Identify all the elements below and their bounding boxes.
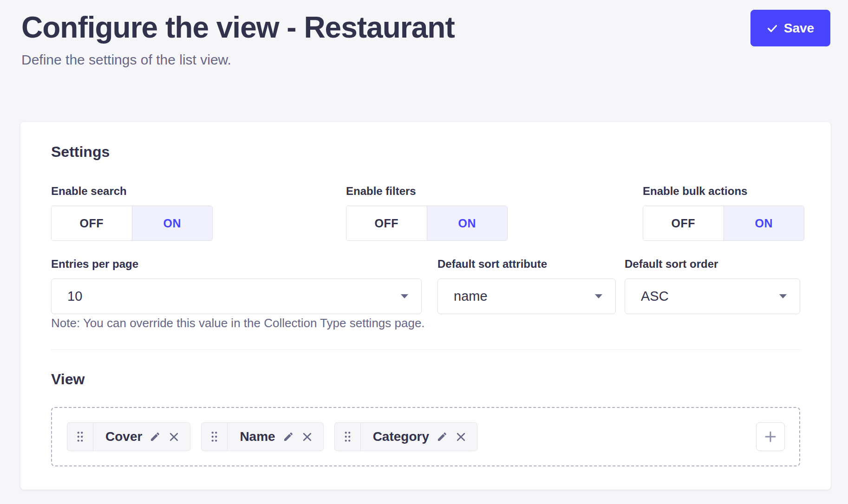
default-sort-order-select[interactable]: ASC <box>625 278 800 314</box>
enable-filters-off-option[interactable]: OFF <box>346 206 427 240</box>
default-sort-order-value: ASC <box>641 289 779 304</box>
entries-per-page-field: Entries per page 10 <box>51 258 422 314</box>
enable-bulk-actions-on-option[interactable]: ON <box>724 206 804 240</box>
page-subtitle: Define the settings of the list view. <box>21 52 231 68</box>
save-button-label: Save <box>784 21 814 36</box>
enable-search-field: Enable search OFF ON <box>51 185 213 241</box>
drag-handle-icon[interactable] <box>335 423 361 451</box>
view-section-heading: View <box>51 371 85 388</box>
chevron-down-icon <box>779 294 787 298</box>
edit-pencil-icon[interactable] <box>150 431 161 442</box>
enable-filters-label: Enable filters <box>346 185 508 198</box>
entries-per-page-label: Entries per page <box>51 258 422 271</box>
enable-bulk-actions-off-option[interactable]: OFF <box>643 206 724 240</box>
view-fields-drop-zone: Cover <box>51 407 800 466</box>
chip-label: Cover <box>105 429 142 444</box>
enable-bulk-actions-label: Enable bulk actions <box>643 185 804 198</box>
chip-label: Category <box>373 429 429 444</box>
enable-search-off-option[interactable]: OFF <box>52 206 132 240</box>
enable-search-label: Enable search <box>51 185 213 198</box>
default-sort-attribute-label: Default sort attribute <box>437 258 616 271</box>
edit-pencil-icon[interactable] <box>437 431 448 442</box>
settings-section-heading: Settings <box>51 143 110 161</box>
default-sort-attribute-value: name <box>454 289 595 304</box>
entries-per-page-note: Note: You can override this value in the… <box>51 316 425 330</box>
enable-filters-on-option[interactable]: ON <box>427 206 508 240</box>
default-sort-order-field: Default sort order ASC <box>625 258 800 314</box>
chip-label: Name <box>240 429 275 444</box>
enable-bulk-actions-field: Enable bulk actions OFF ON <box>643 185 804 241</box>
save-button[interactable]: Save <box>750 10 830 46</box>
default-sort-order-label: Default sort order <box>625 258 800 271</box>
drag-handle-icon[interactable] <box>67 423 93 451</box>
chevron-down-icon <box>595 294 602 298</box>
view-field-chip-name[interactable]: Name <box>201 422 323 451</box>
remove-icon[interactable] <box>301 431 313 443</box>
entries-per-page-value: 10 <box>67 289 401 304</box>
add-field-button[interactable] <box>756 422 785 451</box>
remove-icon[interactable] <box>168 431 180 443</box>
view-field-chip-category[interactable]: Category <box>334 422 477 451</box>
enable-filters-field: Enable filters OFF ON <box>346 185 508 241</box>
enable-search-toggle[interactable]: OFF ON <box>51 206 213 241</box>
view-field-chip-cover[interactable]: Cover <box>67 422 190 451</box>
default-sort-attribute-field: Default sort attribute name <box>437 258 616 314</box>
chevron-down-icon <box>401 294 408 298</box>
default-sort-attribute-select[interactable]: name <box>437 278 616 314</box>
remove-icon[interactable] <box>455 431 467 443</box>
drag-handle-icon[interactable] <box>202 423 228 451</box>
page-title: Configure the view - Restaurant <box>21 10 455 45</box>
entries-per-page-select[interactable]: 10 <box>51 278 422 314</box>
section-divider <box>51 349 800 350</box>
edit-pencil-icon[interactable] <box>283 431 294 442</box>
enable-search-on-option[interactable]: ON <box>132 206 213 240</box>
enable-bulk-actions-toggle[interactable]: OFF ON <box>643 206 804 241</box>
configuration-card: Settings Enable search OFF ON Enable fil… <box>20 122 831 490</box>
plus-icon <box>763 430 777 444</box>
enable-filters-toggle[interactable]: OFF ON <box>346 206 508 241</box>
check-icon <box>767 23 778 34</box>
